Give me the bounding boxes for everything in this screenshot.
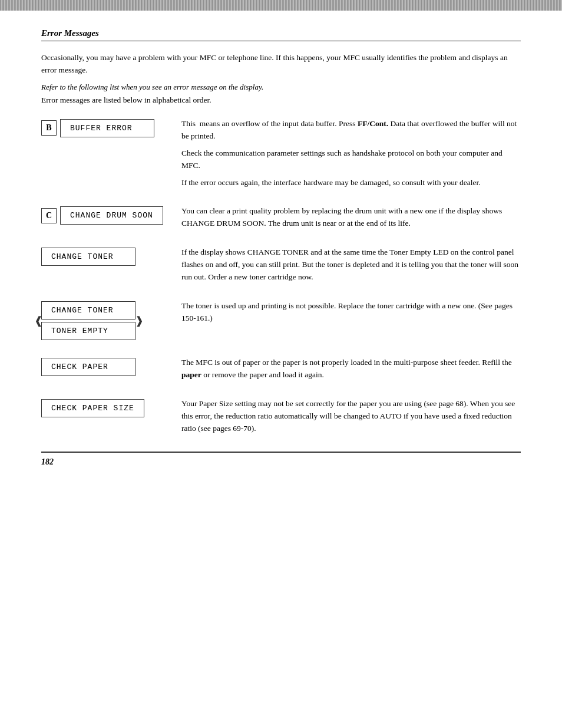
msg-box-change-drum: CHANGE DRUM SOON [60, 206, 163, 225]
alpha-note: Error messages are listed below in alpha… [41, 95, 521, 105]
letter-and-box-change-drum: C CHANGE DRUM SOON [41, 206, 163, 225]
error-left-change-drum: C CHANGE DRUM SOON [41, 205, 171, 225]
error-desc-buffer: This means an overflow of the input data… [181, 118, 521, 189]
error-desc-change-drum: You can clear a print quality problem by… [181, 205, 521, 230]
error-row-change-toner-single: CHANGE TONER If the display shows CHANGE… [41, 246, 521, 284]
error-desc-change-toner-single: If the display shows CHANGE TONER and at… [181, 246, 521, 284]
letter-badge-c: C [41, 208, 57, 223]
msg-box-buffer-error: BUFFER ERROR [60, 119, 154, 137]
error-desc-check-paper-size: Your Paper Size setting may not be set c… [181, 398, 521, 435]
page: Error Messages Occasionally, you may hav… [0, 0, 562, 728]
error-desc-check-paper: The MFC is out of paper or the paper is … [181, 357, 521, 381]
error-left-change-toner-stacked: ❰ CHANGE TONER TONER EMPTY ❱ [41, 300, 171, 340]
letter-and-box-buffer: B BUFFER ERROR [41, 119, 154, 137]
msg-box-change-toner-single: CHANGE TONER [41, 248, 135, 266]
arrow-right-icon: ❱ [135, 314, 144, 327]
bottom-rule [41, 452, 521, 453]
error-row-change-toner-stacked: ❰ CHANGE TONER TONER EMPTY ❱ The toner i… [41, 300, 521, 340]
error-row-change-drum: C CHANGE DRUM SOON You can clear a print… [41, 205, 521, 230]
msg-box-check-paper-size: CHECK PAPER SIZE [41, 399, 144, 417]
top-decorative-bar [0, 0, 562, 11]
letter-badge-b: B [41, 120, 57, 136]
error-desc-change-toner-stacked: The toner is used up and printing is not… [181, 300, 521, 325]
msg-box-toner-empty: TONER EMPTY [41, 322, 135, 340]
stacked-boxes-toner: CHANGE TONER TONER EMPTY [41, 301, 135, 340]
msg-box-change-toner-stacked: CHANGE TONER [41, 301, 135, 319]
intro-paragraph-1: Occasionally, you may have a problem wit… [41, 52, 521, 77]
error-left-check-paper-size: CHECK PAPER SIZE [41, 398, 171, 417]
error-row-check-paper: CHECK PAPER The MFC is out of paper or t… [41, 357, 521, 381]
error-left-change-toner-single: CHANGE TONER [41, 246, 171, 266]
error-left-check-paper: CHECK PAPER [41, 357, 171, 376]
msg-box-check-paper: CHECK PAPER [41, 358, 135, 376]
section-title: Error Messages [41, 28, 521, 41]
intro-paragraph-2: Refer to the following list when you see… [41, 83, 521, 92]
error-row-check-paper-size: CHECK PAPER SIZE Your Paper Size setting… [41, 398, 521, 435]
stacked-outer-toner: ❰ CHANGE TONER TONER EMPTY ❱ [41, 301, 135, 340]
page-number: 182 [41, 457, 521, 467]
error-left-buffer: B BUFFER ERROR [41, 118, 171, 137]
error-row-buffer: B BUFFER ERROR This means an overflow of… [41, 118, 521, 189]
content-area: Error Messages Occasionally, you may hav… [0, 28, 562, 502]
